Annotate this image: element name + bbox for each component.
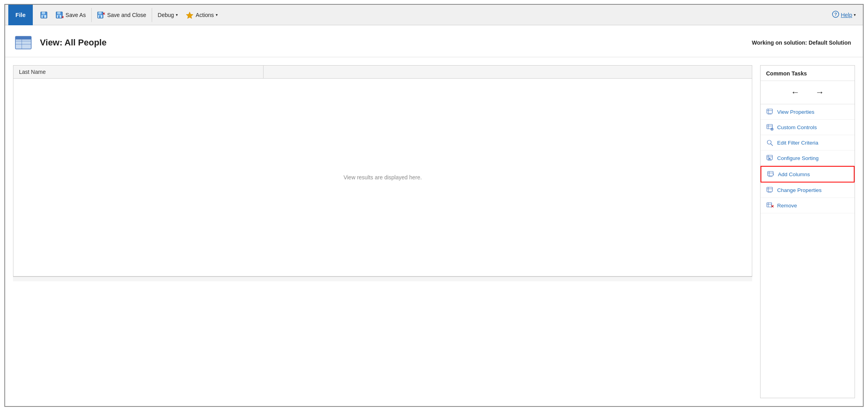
svg-rect-5 [57, 12, 60, 14]
task-view-properties-label: View Properties [777, 109, 814, 115]
svg-rect-23 [767, 109, 772, 113]
save-icon [40, 11, 48, 19]
remove-icon: ✕ [766, 201, 774, 209]
task-add-columns[interactable]: Add Columns [761, 166, 855, 182]
grid-header-lastname: Last Name [13, 66, 264, 78]
common-tasks-panel: Common Tasks ← → [760, 65, 855, 398]
save-as-icon: × [56, 11, 64, 19]
nav-back-button[interactable]: ← [791, 87, 800, 98]
task-custom-controls[interactable]: Custom Controls [761, 120, 855, 135]
edit-filter-icon [766, 139, 774, 147]
file-button[interactable]: File [8, 5, 33, 25]
svg-text:✕: ✕ [102, 12, 105, 16]
svg-rect-12 [99, 15, 101, 18]
task-edit-filter[interactable]: Edit Filter Criteria [761, 135, 855, 151]
grid-header: Last Name [13, 66, 752, 79]
svg-rect-40 [768, 171, 773, 176]
debug-button[interactable]: Debug ▾ [154, 9, 182, 21]
configure-sorting-icon [766, 154, 774, 162]
help-circle-icon: ? [832, 11, 839, 19]
grid-header-col2 [264, 66, 752, 78]
save-and-close-button[interactable]: ✕ Save and Close [93, 9, 150, 21]
task-change-properties[interactable]: Change Properties [761, 182, 855, 198]
main-content: Last Name View results are displayed her… [5, 57, 760, 406]
svg-marker-39 [768, 158, 771, 159]
task-remove-label: Remove [777, 203, 797, 209]
custom-controls-icon [766, 123, 774, 131]
svg-text:✕: ✕ [771, 204, 774, 209]
task-edit-filter-label: Edit Filter Criteria [777, 140, 818, 146]
svg-text:×: × [62, 15, 64, 19]
help-button[interactable]: ? Help ▾ [828, 8, 860, 21]
actions-star-icon [186, 11, 194, 19]
help-label: Help [841, 12, 852, 18]
view-icon [13, 32, 34, 53]
grid-footer [13, 277, 752, 281]
debug-dropdown-icon: ▾ [176, 13, 178, 17]
toolbar-separator-2 [152, 8, 152, 22]
grid-table: Last Name View results are displayed her… [13, 65, 752, 277]
actions-button[interactable]: Actions ▾ [182, 9, 222, 21]
add-columns-icon [767, 170, 775, 178]
save-as-button[interactable]: × Save As [52, 9, 90, 21]
solution-label: Working on solution: Default Solution [752, 40, 851, 46]
svg-line-34 [771, 144, 773, 146]
svg-rect-10 [98, 12, 102, 14]
toolbar-separator-1 [91, 8, 92, 22]
task-view-properties[interactable]: View Properties [761, 104, 855, 120]
svg-point-33 [767, 140, 771, 144]
grid-body: View results are displayed here. [13, 79, 752, 276]
tasks-list: View Properties [761, 104, 855, 213]
page-title: View: All People [40, 38, 107, 48]
save-close-icon: ✕ [97, 11, 105, 19]
toolbar: File × [5, 5, 863, 25]
svg-rect-7 [58, 15, 60, 18]
save-as-label: Save As [66, 12, 86, 18]
common-tasks-title: Common Tasks [761, 66, 855, 81]
svg-rect-19 [15, 38, 31, 40]
svg-text:?: ? [834, 12, 837, 17]
save-and-close-label: Save and Close [107, 12, 146, 18]
header-row: View: All People Working on solution: De… [5, 25, 863, 57]
help-dropdown-icon: ▾ [854, 13, 856, 17]
change-properties-icon [766, 186, 774, 194]
task-remove[interactable]: ✕ Remove [761, 198, 855, 213]
task-add-columns-label: Add Columns [778, 171, 810, 177]
task-configure-sorting-label: Configure Sorting [777, 155, 819, 161]
nav-forward-button[interactable]: → [815, 87, 824, 98]
save-button[interactable] [36, 9, 52, 21]
task-change-properties-label: Change Properties [777, 187, 822, 193]
task-custom-controls-label: Custom Controls [777, 124, 817, 130]
view-properties-icon [766, 108, 774, 116]
task-configure-sorting[interactable]: Configure Sorting [761, 151, 855, 166]
empty-message: View results are displayed here. [343, 174, 422, 181]
debug-label: Debug [158, 12, 174, 18]
actions-dropdown-icon: ▾ [216, 13, 218, 17]
svg-marker-14 [186, 12, 193, 19]
svg-rect-1 [42, 12, 45, 14]
main-area: View: All People Working on solution: De… [5, 25, 863, 406]
view-title-area: View: All People [13, 32, 107, 53]
nav-arrows: ← → [761, 81, 855, 104]
svg-rect-3 [43, 15, 44, 18]
actions-label: Actions [196, 12, 214, 18]
svg-rect-46 [767, 187, 772, 192]
content-area: Last Name View results are displayed her… [5, 57, 863, 406]
